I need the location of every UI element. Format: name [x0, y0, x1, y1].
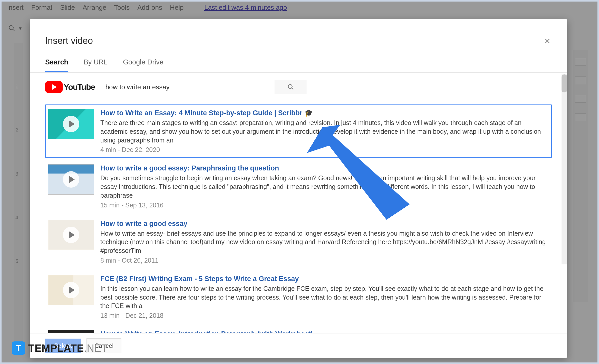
tab-search[interactable]: Search: [45, 54, 68, 72]
close-icon[interactable]: ✕: [543, 35, 552, 47]
video-thumbnail: [48, 220, 94, 250]
video-description: There are three main stages to writing a…: [100, 119, 549, 145]
video-description: How to write an essay- brief essays and …: [100, 229, 549, 255]
video-result[interactable]: How to Write an Essay: 4 Minute Step-by-…: [45, 104, 552, 158]
play-overlay-icon: [63, 282, 79, 298]
search-icon: [287, 84, 294, 90]
video-meta: 15 min - Sep 13, 2016: [100, 202, 549, 209]
scrollbar[interactable]: [562, 74, 567, 264]
video-description: In this lesson you can learn how to writ…: [100, 284, 549, 310]
tab-by-url[interactable]: By URL: [84, 54, 108, 72]
play-overlay-icon: [63, 171, 79, 188]
video-thumbnail: [48, 275, 94, 305]
play-overlay-icon: [63, 227, 79, 243]
video-search-input[interactable]: [100, 80, 264, 94]
video-thumbnail: [48, 164, 94, 195]
youtube-logo-text: YouTube: [64, 82, 95, 92]
video-thumbnail: [48, 109, 94, 139]
video-title: How to write a good essay: Paraphrasing …: [100, 164, 549, 172]
video-result[interactable]: How to write a good essay How to write a…: [45, 215, 552, 269]
play-overlay-icon: [63, 116, 79, 132]
video-title: How to Write an Essay: 4 Minute Step-by-…: [100, 109, 549, 117]
scrollbar-thumb[interactable]: [562, 74, 567, 92]
video-description: Do you sometimes struggle to begin writi…: [100, 174, 549, 200]
search-button[interactable]: [275, 80, 307, 94]
youtube-play-icon: [45, 81, 63, 93]
svg-line-3: [292, 88, 293, 90]
video-title: FCE (B2 First) Writing Exam - 5 Steps to…: [100, 275, 549, 283]
video-meta: 13 min - Dec 21, 2018: [100, 312, 549, 319]
insert-video-dialog: Insert video ✕ Search By URL Google Driv…: [30, 19, 567, 358]
video-meta: 8 min - Oct 26, 2011: [100, 257, 549, 264]
dialog-tabs: Search By URL Google Drive: [30, 54, 567, 73]
dialog-footer: Select Cancel: [30, 333, 567, 358]
search-results: How to Write an Essay: 4 Minute Step-by-…: [30, 100, 567, 339]
video-result[interactable]: FCE (B2 First) Writing Exam - 5 Steps to…: [45, 271, 552, 324]
watermark-logo-icon: T: [12, 341, 25, 355]
video-meta: 4 min - Dec 22, 2020: [100, 146, 549, 154]
tab-google-drive[interactable]: Google Drive: [123, 54, 163, 72]
watermark: T TEMPLATE.NET: [12, 341, 108, 355]
video-result[interactable]: How to write a good essay: Paraphrasing …: [45, 160, 552, 213]
video-title: How to write a good essay: [100, 220, 549, 228]
dialog-title: Insert video: [45, 35, 93, 46]
watermark-text: .NET: [84, 342, 108, 354]
svg-point-2: [288, 84, 292, 88]
youtube-logo: YouTube: [45, 81, 95, 93]
watermark-text: TEMPLATE: [28, 342, 84, 354]
